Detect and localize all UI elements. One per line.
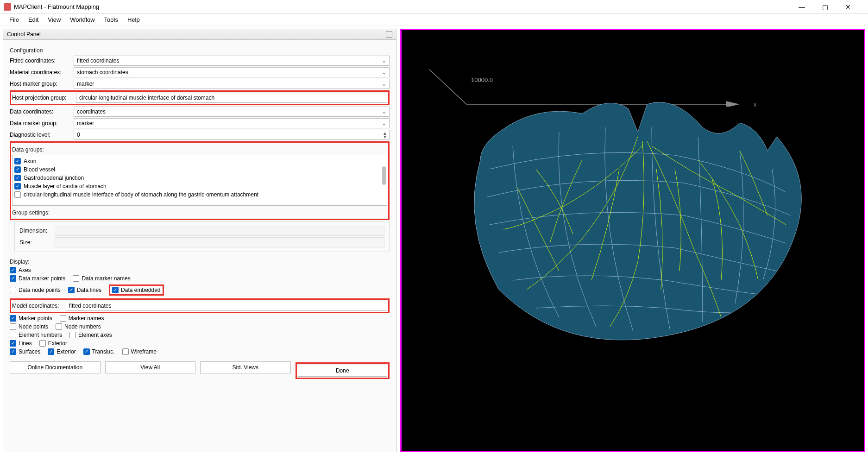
element-axes-checkbox[interactable] <box>69 332 76 338</box>
scrollbar-thumb[interactable] <box>382 166 386 185</box>
size-field[interactable] <box>55 237 384 247</box>
list-item[interactable]: Blood vessel <box>14 165 385 174</box>
element-numbers-checkbox[interactable] <box>10 332 16 338</box>
group-settings-box: Dimension: Size: <box>14 221 390 252</box>
material-coords-label: Material coordinates: <box>10 69 71 76</box>
close-button[interactable]: ✕ <box>841 2 855 12</box>
list-item[interactable]: Muscle layer of cardia of stomach <box>14 182 385 190</box>
checkbox[interactable] <box>14 183 21 190</box>
list-item[interactable]: Axon <box>14 157 385 165</box>
minimize-button[interactable]: — <box>795 2 809 12</box>
node-numbers-checkbox[interactable] <box>56 323 62 330</box>
control-panel: Control Panel Configuration Fitted coord… <box>3 29 396 452</box>
checkbox[interactable] <box>14 166 21 173</box>
data-groups-label: Data groups: <box>12 146 387 153</box>
model-coords-highlight: Model coordinates: fitted coordinates <box>10 298 390 313</box>
data-marker-select[interactable]: marker <box>74 118 390 128</box>
data-marker-row: Data marker group: marker <box>10 118 390 128</box>
menu-tools[interactable]: Tools <box>100 16 123 23</box>
host-marker-label: Host marker group: <box>10 81 71 87</box>
size-label: Size: <box>19 239 52 246</box>
configuration-label: Configuration <box>10 47 390 54</box>
menubar: File Edit View Workflow Tools Help <box>0 14 868 26</box>
material-coords-row: Material coordinates: stomach coordinate… <box>10 67 390 77</box>
axes-label: Axes <box>19 267 31 273</box>
data-groups-highlight: Data groups: Axon Blood vessel Gastroduo… <box>10 141 390 220</box>
surfaces-checkbox[interactable] <box>10 348 16 355</box>
exterior1-checkbox[interactable] <box>39 340 46 347</box>
menu-file[interactable]: File <box>5 16 24 23</box>
model-coords-label: Model coordinates: <box>12 303 63 309</box>
dock-icon[interactable] <box>386 31 392 38</box>
app-icon <box>4 3 11 11</box>
data-marker-label: Data marker group: <box>10 120 71 126</box>
host-marker-row: Host marker group: marker <box>10 79 390 89</box>
fitted-coords-select[interactable]: fitted coordinates <box>74 56 390 66</box>
data-node-points-checkbox[interactable] <box>10 287 16 293</box>
marker-names-checkbox[interactable] <box>60 315 66 322</box>
dimension-label: Dimension: <box>19 228 52 234</box>
view-all-button[interactable]: View All <box>105 361 196 373</box>
exterior2-checkbox[interactable] <box>48 348 54 355</box>
lines-checkbox[interactable] <box>10 340 16 347</box>
host-projection-label: Host projection group: <box>12 95 73 101</box>
data-groups-list[interactable]: Axon Blood vessel Gastroduodenal junctio… <box>12 155 387 206</box>
data-embedded-checkbox[interactable] <box>112 287 119 293</box>
done-button[interactable]: Done <box>298 365 388 377</box>
menu-help[interactable]: Help <box>123 16 145 23</box>
menu-view[interactable]: View <box>43 16 65 23</box>
checkbox[interactable] <box>14 191 21 198</box>
std-views-button[interactable]: Std. Views <box>200 361 291 373</box>
window-title: MAPClient - Flatmount Mapping <box>14 3 795 10</box>
checkbox[interactable] <box>14 175 21 181</box>
host-projection-select[interactable]: circular-longitudinal muscle interface o… <box>76 93 387 103</box>
host-marker-select[interactable]: marker <box>74 79 390 89</box>
diagnostic-spinner[interactable]: 0 ▴▾ <box>74 130 390 140</box>
viewport-3d[interactable]: x 10000.0 <box>400 29 865 452</box>
stomach-model <box>443 76 814 364</box>
axes-checkbox[interactable] <box>10 267 16 273</box>
spin-down-icon[interactable]: ▾ <box>384 135 386 139</box>
transluc-checkbox[interactable] <box>83 348 90 355</box>
data-coords-row: Data coordinates: coordinates <box>10 107 390 117</box>
window-titlebar: MAPClient - Flatmount Mapping — ▢ ✕ <box>0 0 868 14</box>
data-marker-names-checkbox[interactable] <box>73 275 79 282</box>
display-label: Display: <box>10 259 390 265</box>
diagnostic-row: Diagnostic level: 0 ▴▾ <box>10 130 390 140</box>
menu-edit[interactable]: Edit <box>24 16 43 23</box>
data-coords-select[interactable]: coordinates <box>74 107 390 117</box>
data-marker-points-checkbox[interactable] <box>10 275 16 282</box>
model-coords-select[interactable]: fitted coordinates <box>66 301 387 311</box>
diagnostic-label: Diagnostic level: <box>10 132 71 138</box>
panel-header: Control Panel <box>3 29 396 40</box>
online-docs-button[interactable]: Online Documentation <box>10 361 101 373</box>
marker-points-checkbox[interactable] <box>10 315 16 322</box>
dimension-field[interactable] <box>55 226 384 236</box>
fitted-coords-label: Fitted coordinates: <box>10 57 71 64</box>
maximize-button[interactable]: ▢ <box>818 2 832 12</box>
checkbox[interactable] <box>14 158 21 164</box>
material-coords-select[interactable]: stomach coordinates <box>74 67 390 77</box>
list-item[interactable]: Gastroduodenal junction <box>14 174 385 182</box>
fitted-coords-row: Fitted coordinates: fitted coordinates <box>10 56 390 66</box>
panel-title: Control Panel <box>7 31 41 38</box>
list-item[interactable]: circular-longitudinal muscle interface o… <box>14 190 385 199</box>
host-projection-highlight: Host projection group: circular-longitud… <box>10 90 390 105</box>
wireframe-checkbox[interactable] <box>122 348 129 355</box>
data-lines-checkbox[interactable] <box>68 287 75 293</box>
data-coords-label: Data coordinates: <box>10 108 71 115</box>
window-controls: — ▢ ✕ <box>795 2 864 12</box>
node-points-checkbox[interactable] <box>10 323 16 330</box>
menu-workflow[interactable]: Workflow <box>65 16 99 23</box>
group-settings-label: Group settings: <box>12 209 387 216</box>
